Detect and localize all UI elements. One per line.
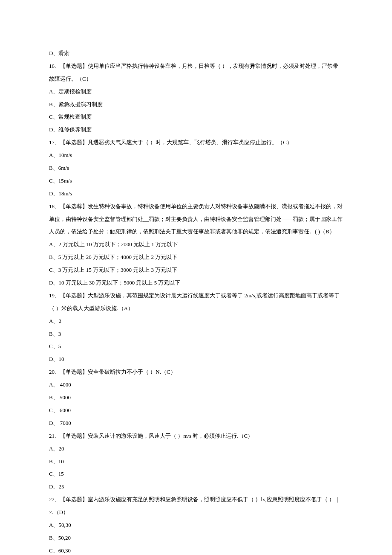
document-content: D、滑索16、【单选题】使用单位应当严格执行特种设备车检，月检，日检等（ ），发…	[49, 47, 343, 555]
text-line: D、滑索	[49, 47, 343, 60]
text-line: C、3 万元以上 15 万元以下；3000 元以上 3 万元以下	[49, 264, 343, 276]
text-line: A、10m/s	[49, 149, 343, 162]
text-line: C、 6000	[49, 404, 343, 417]
text-line: A、20	[49, 442, 343, 455]
text-line: D、18m/s	[49, 187, 343, 200]
text-line: A、 4000	[49, 378, 343, 391]
text-line: 16、【单选题】使用单位应当严格执行特种设备车检，月检，日检等（ ），发现有异常…	[49, 60, 343, 85]
text-line: C、15m/s	[49, 174, 343, 187]
text-line: A、2 万元以上 10 万元以下；2000 元以上 1 万元以下	[49, 238, 343, 251]
text-line: B、50,20	[49, 532, 343, 544]
text-line: 21、【单选题】安装风速计的游乐设施，风速大于（ ）m/s 时，必须停止运行.（…	[49, 430, 343, 442]
text-line: C、5	[49, 340, 343, 353]
text-line: D、 7000	[49, 417, 343, 430]
text-line: B、10	[49, 455, 343, 468]
text-line: C、常规检查制度	[49, 110, 343, 123]
text-line: B、3	[49, 328, 343, 340]
text-line: C、60,30	[49, 544, 343, 555]
text-line: B、紧急救援演习制度	[49, 98, 343, 111]
text-line: D、10 万元以上 30 万元以下；5000 元以上 5 万元以下	[49, 276, 343, 289]
text-line: B、 5000	[49, 391, 343, 404]
text-line: 22、【单选题】室内游乐设施应有充足的照明和应急照明设备，照明照度应不低于（ ）…	[49, 493, 343, 519]
text-line: A、2	[49, 315, 343, 328]
text-line: B、6m/s	[49, 162, 343, 174]
text-line: B、5 万元以上 20 万元以下；4000 元以上 2 万元以下	[49, 251, 343, 264]
text-line: D、10	[49, 353, 343, 366]
text-line: 20、【单选题】安全带破断拉力不小于（ ）N.（C）	[49, 366, 343, 378]
text-line: 19、【单选题】大型游乐设施，其范围规定为设计最大运行线速度大于或者等于 2m/…	[49, 289, 343, 315]
text-line: C、15	[49, 468, 343, 480]
text-line: D、25	[49, 480, 343, 493]
text-line: 18、【单选尊】发生特种设备事故，特种设备使用单位的主要负责人对特种设备事故隐瞒…	[49, 200, 343, 238]
text-line: 17、【单选题】凡遇恶劣天气风速大于（ ）时，大观览车、飞行塔类、滑行车类应停止…	[49, 136, 343, 149]
text-line: A、50,30	[49, 519, 343, 532]
text-line: D、维修保养制度	[49, 123, 343, 136]
text-line: A、定期报检制度	[49, 85, 343, 98]
